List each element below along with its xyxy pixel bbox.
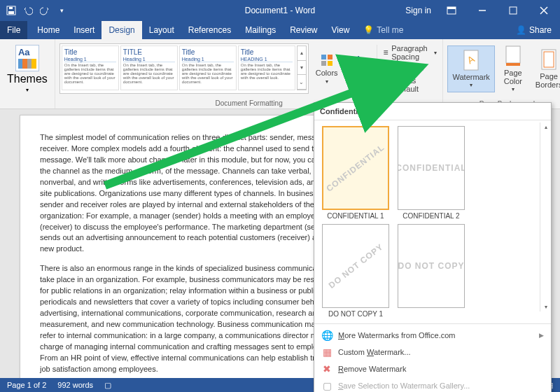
paragraph-spacing-icon: ≡: [383, 48, 389, 57]
redo-icon[interactable]: [39, 5, 50, 16]
submenu-arrow-icon: ▶: [539, 332, 544, 339]
document-formatting-group: TitleHeading 1On the Insert tab, the gal…: [55, 39, 444, 108]
spellcheck-icon[interactable]: ▢: [104, 381, 111, 390]
title-bar: ▾ Document1 - Word Sign in: [0, 0, 560, 21]
bulb-icon: 💡: [363, 25, 374, 35]
close-button[interactable]: [533, 0, 554, 21]
share-icon: 👤: [516, 25, 526, 35]
tab-layout[interactable]: Layout: [142, 21, 181, 39]
themes-group: Themes ▾: [0, 39, 55, 108]
colors-icon: [320, 53, 334, 67]
tab-insert[interactable]: Insert: [66, 21, 102, 39]
watermark-button[interactable]: A Watermark▾: [447, 46, 494, 92]
watermark-menu: 🌐MMore Watermarks from Office.comore Wat…: [314, 323, 551, 392]
page-color-button[interactable]: Page Color▾: [498, 42, 528, 96]
watermark-option[interactable]: DO NOT COPY DO NOT COPY 2: [396, 224, 467, 318]
style-card[interactable]: TitleHeading 1On the Insert tab, the gal…: [179, 46, 237, 90]
svg-rect-2: [9, 7, 13, 9]
page-borders-icon: [538, 48, 560, 71]
tab-review[interactable]: Review: [283, 21, 324, 39]
watermark-gallery-panel: Confidential ▴ ▾ CONFIDENTIAL CONFIDENTI…: [314, 102, 552, 392]
save-selection-item: ▢Save Selection to Watermark Gallery...S…: [314, 377, 551, 392]
svg-rect-9: [321, 55, 326, 59]
maximize-button[interactable]: [503, 0, 524, 21]
remove-watermark-item[interactable]: ✖Remove WatermarkRemove Watermark: [314, 360, 551, 377]
globe-icon: 🌐: [321, 330, 332, 341]
share-button[interactable]: 👤Share: [507, 21, 560, 39]
sign-in-link[interactable]: Sign in: [405, 6, 431, 15]
svg-rect-1: [8, 11, 14, 14]
scroll-up-icon[interactable]: ▴: [298, 46, 306, 61]
svg-rect-4: [447, 7, 456, 9]
chevron-down-icon: ▾: [434, 50, 437, 56]
scroll-down-icon[interactable]: ▾: [540, 304, 551, 310]
quick-access-toolbar: ▾: [0, 5, 73, 16]
themes-button[interactable]: Themes ▾: [4, 42, 50, 96]
gallery-scrollbar: ▴ ▾: [540, 122, 551, 312]
svg-rect-11: [321, 61, 326, 66]
tab-design[interactable]: Design: [102, 21, 141, 39]
tab-view[interactable]: View: [325, 21, 357, 39]
page-background-group: A Watermark▾ Page Color▾ Page Borders Pa…: [443, 39, 560, 108]
ribbon-display-icon[interactable]: [441, 0, 462, 21]
document-title: Document1 - Word: [245, 6, 315, 15]
chevron-down-icon: ▾: [421, 66, 424, 72]
chevron-down-icon: ▾: [326, 78, 328, 85]
ribbon-tabs: File Home Insert Design Layout Reference…: [0, 21, 560, 39]
effects-button[interactable]: ◑Effects▾: [382, 63, 439, 74]
effects-icon: ◑: [383, 64, 393, 74]
page-color-icon: [502, 45, 524, 67]
watermark-option[interactable]: CONFIDENTIAL CONFIDENTIAL 2: [396, 126, 467, 220]
ribbon: Themes ▾ TitleHeading 1On the Insert tab…: [0, 39, 560, 109]
svg-rect-6: [510, 7, 517, 14]
chevron-down-icon: ▾: [512, 87, 514, 93]
undo-icon[interactable]: [22, 5, 34, 16]
themes-icon: [15, 45, 39, 71]
tab-mailings[interactable]: Mailings: [238, 21, 283, 39]
scroll-up-icon[interactable]: ▴: [540, 124, 551, 130]
svg-rect-15: [506, 46, 520, 63]
tell-me[interactable]: 💡Tell me: [356, 21, 410, 39]
save-gallery-icon: ▢: [321, 380, 332, 391]
more-watermarks-item[interactable]: 🌐MMore Watermarks from Office.comore Wat…: [314, 327, 551, 344]
paragraph-spacing-button[interactable]: ≡Paragraph Spacing▾: [382, 43, 439, 62]
scroll-down-icon[interactable]: ▾: [298, 61, 306, 76]
style-card[interactable]: TITLEHeading 1On the Insert tab, the gal…: [120, 46, 178, 90]
style-card[interactable]: TitleHEADING 1On the Insert tab, the gal…: [238, 46, 295, 90]
page-borders-button[interactable]: Page Borders: [531, 46, 560, 92]
minimize-button[interactable]: [472, 0, 493, 21]
page-indicator[interactable]: Page 1 of 2: [7, 381, 46, 389]
tab-home[interactable]: Home: [30, 21, 66, 39]
svg-rect-12: [328, 61, 332, 66]
gallery-section-header: Confidential: [314, 103, 551, 120]
fonts-button[interactable]: AFonts▾: [345, 50, 373, 88]
paragraph: There is also an enormous range in the k…: [40, 263, 349, 374]
colors-button[interactable]: Colors▾: [312, 50, 342, 88]
qat-customize-icon[interactable]: ▾: [56, 5, 67, 16]
chevron-down-icon: ▾: [26, 87, 29, 93]
word-count[interactable]: 992 words: [57, 381, 93, 389]
custom-watermark-icon: ▦: [321, 346, 332, 358]
gallery-scroll: ▴▾⌄: [297, 46, 307, 90]
svg-rect-10: [328, 55, 332, 59]
gallery-expand-icon[interactable]: ⌄: [298, 75, 306, 90]
watermark-icon: A: [460, 49, 482, 71]
svg-rect-16: [506, 63, 520, 66]
chevron-down-icon: ▾: [357, 78, 360, 85]
tab-references[interactable]: References: [181, 21, 238, 39]
watermark-option[interactable]: CONFIDENTIAL CONFIDENTIAL 1: [320, 126, 391, 220]
paragraph: The simplest model of communication reli…: [40, 132, 349, 255]
checkmark-icon: ✔: [383, 80, 391, 90]
remove-icon: ✖: [321, 363, 332, 374]
fonts-icon: A: [351, 53, 365, 67]
style-gallery[interactable]: TitleHeading 1On the Insert tab, the gal…: [59, 43, 309, 94]
watermark-option[interactable]: DO NOT COPY DO NOT COPY 1: [320, 224, 391, 318]
set-as-default-button[interactable]: ✔Set as Default: [382, 76, 439, 94]
save-icon[interactable]: [6, 5, 17, 16]
chevron-down-icon: ▾: [470, 83, 472, 89]
effects-stack: ≡Paragraph Spacing▾ ◑Effects▾ ✔Set as De…: [382, 43, 439, 94]
custom-watermark-item[interactable]: ▦Custom Watermark...Custom Watermark...: [314, 344, 551, 360]
tab-file[interactable]: File: [0, 21, 27, 39]
style-card[interactable]: TitleHeading 1On the Insert tab, the gal…: [62, 46, 119, 90]
